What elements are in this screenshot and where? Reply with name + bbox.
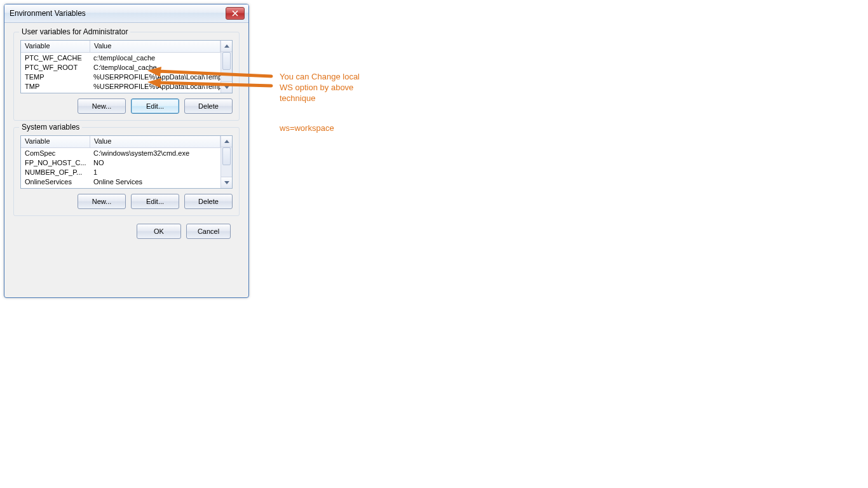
cell-variable: ComSpec xyxy=(21,149,90,157)
column-header-value[interactable]: Value xyxy=(90,41,220,52)
annotation-arrow xyxy=(147,78,275,97)
annotation-line: You can Change local xyxy=(280,71,360,82)
chevron-up-icon xyxy=(224,140,229,143)
system-variables-label: System variables xyxy=(19,123,82,132)
cell-variable: OnlineServices xyxy=(21,178,90,186)
edit-button[interactable]: Edit... xyxy=(131,194,179,209)
scroll-track[interactable] xyxy=(221,147,232,177)
column-header-variable[interactable]: Variable xyxy=(21,41,90,52)
environment-variables-dialog: Environment Variables User variables for… xyxy=(4,4,249,298)
annotation-line: technique xyxy=(280,93,360,104)
dialog-body: User variables for Administrator Variabl… xyxy=(4,23,248,245)
dialog-button-row: OK Cancel xyxy=(13,222,240,239)
cell-value: C:\windows\system32\cmd.exe xyxy=(90,149,220,157)
system-variables-group: System variables Variable Value ComSpec … xyxy=(13,127,240,216)
svg-line-0 xyxy=(157,71,271,76)
table-row[interactable]: FP_NO_HOST_C... NO xyxy=(21,158,220,167)
table-row[interactable]: NUMBER_OF_P... 1 xyxy=(21,167,220,177)
annotation-text: You can Change local WS option by above … xyxy=(280,71,360,104)
edit-button[interactable]: Edit... xyxy=(131,98,179,114)
column-header-value[interactable]: Value xyxy=(90,136,220,147)
svg-line-2 xyxy=(157,83,271,86)
cell-value: Online Services xyxy=(90,178,220,186)
ok-button[interactable]: OK xyxy=(137,224,181,239)
sys-vars-button-row: New... Edit... Delete xyxy=(20,194,233,209)
close-icon xyxy=(232,10,238,17)
cell-variable: TEMP xyxy=(21,73,90,81)
svg-marker-3 xyxy=(147,78,161,88)
table-header[interactable]: Variable Value xyxy=(21,41,220,53)
table-row[interactable]: ComSpec C:\windows\system32\cmd.exe xyxy=(21,148,220,158)
annotation-line: WS option by above xyxy=(280,82,360,93)
new-button[interactable]: New... xyxy=(78,98,126,114)
chevron-down-icon xyxy=(224,181,229,184)
scroll-down-button[interactable] xyxy=(221,177,232,188)
svg-marker-1 xyxy=(147,67,161,77)
cell-value: 1 xyxy=(90,168,220,176)
cell-variable: TMP xyxy=(21,83,90,90)
column-header-variable[interactable]: Variable xyxy=(21,136,90,147)
cell-variable: PTC_WF_ROOT xyxy=(21,64,90,71)
table-row[interactable]: OnlineServices Online Services xyxy=(21,177,220,186)
cell-value: NO xyxy=(90,159,220,166)
cell-variable: NUMBER_OF_P... xyxy=(21,168,90,176)
title-bar[interactable]: Environment Variables xyxy=(4,4,248,23)
system-variables-table[interactable]: Variable Value ComSpec C:\windows\system… xyxy=(20,135,233,189)
scroll-up-button[interactable] xyxy=(221,41,232,52)
user-variables-label: User variables for Administrator xyxy=(19,27,130,36)
title-text: Environment Variables xyxy=(10,9,226,18)
cell-variable: PTC_WF_CACHE xyxy=(21,54,90,62)
delete-button[interactable]: Delete xyxy=(184,98,233,114)
table-header[interactable]: Variable Value xyxy=(21,136,220,148)
scroll-up-button[interactable] xyxy=(221,136,232,147)
scrollbar[interactable] xyxy=(220,136,232,188)
new-button[interactable]: New... xyxy=(78,194,126,209)
chevron-up-icon xyxy=(224,44,229,48)
user-vars-button-row: New... Edit... Delete xyxy=(20,98,233,114)
table-row[interactable]: PTC_WF_CACHE c:\temp\local_cache xyxy=(21,53,220,62)
scroll-thumb[interactable] xyxy=(222,147,231,165)
annotation-text: ws=workspace xyxy=(280,123,334,133)
close-button[interactable] xyxy=(226,7,245,20)
cell-value: c:\temp\local_cache xyxy=(90,54,220,62)
delete-button[interactable]: Delete xyxy=(184,194,233,209)
cancel-button[interactable]: Cancel xyxy=(186,224,231,239)
cell-variable: FP_NO_HOST_C... xyxy=(21,159,90,166)
